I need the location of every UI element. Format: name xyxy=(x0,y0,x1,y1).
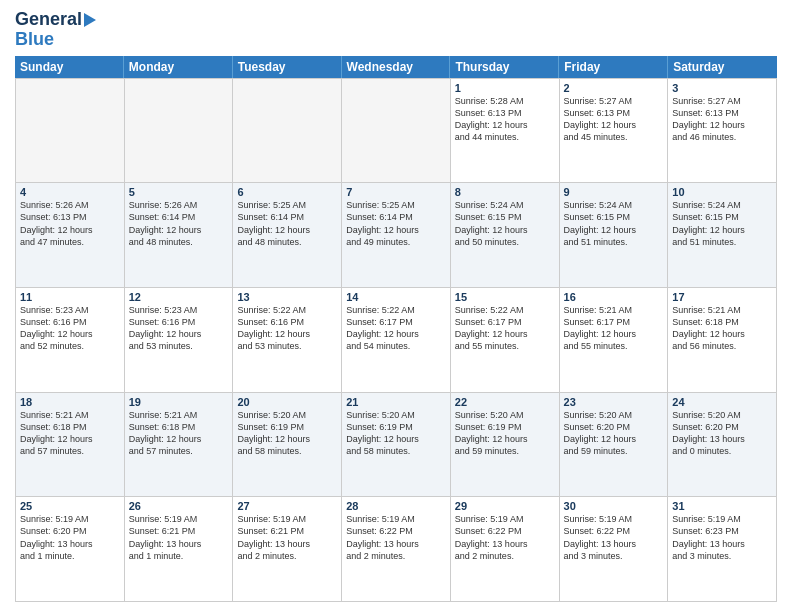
day-number: 2 xyxy=(564,82,664,94)
calendar-day-9: 9Sunrise: 5:24 AM Sunset: 6:15 PM Daylig… xyxy=(560,183,669,288)
day-info: Sunrise: 5:21 AM Sunset: 6:18 PM Dayligh… xyxy=(20,409,120,458)
calendar-day-15: 15Sunrise: 5:22 AM Sunset: 6:17 PM Dayli… xyxy=(451,288,560,393)
day-info: Sunrise: 5:19 AM Sunset: 6:22 PM Dayligh… xyxy=(455,513,555,562)
calendar-row-2: 4Sunrise: 5:26 AM Sunset: 6:13 PM Daylig… xyxy=(16,183,777,288)
day-number: 4 xyxy=(20,186,120,198)
day-info: Sunrise: 5:20 AM Sunset: 6:20 PM Dayligh… xyxy=(672,409,772,458)
calendar-day-25: 25Sunrise: 5:19 AM Sunset: 6:20 PM Dayli… xyxy=(16,497,125,602)
calendar-row-4: 18Sunrise: 5:21 AM Sunset: 6:18 PM Dayli… xyxy=(16,393,777,498)
calendar-day-27: 27Sunrise: 5:19 AM Sunset: 6:21 PM Dayli… xyxy=(233,497,342,602)
day-number: 30 xyxy=(564,500,664,512)
day-number: 15 xyxy=(455,291,555,303)
calendar: SundayMondayTuesdayWednesdayThursdayFrid… xyxy=(15,56,777,602)
day-number: 26 xyxy=(129,500,229,512)
day-number: 5 xyxy=(129,186,229,198)
day-info: Sunrise: 5:20 AM Sunset: 6:19 PM Dayligh… xyxy=(346,409,446,458)
logo: General Blue xyxy=(15,10,96,50)
day-number: 20 xyxy=(237,396,337,408)
calendar-header: SundayMondayTuesdayWednesdayThursdayFrid… xyxy=(15,56,777,78)
calendar-day-24: 24Sunrise: 5:20 AM Sunset: 6:20 PM Dayli… xyxy=(668,393,777,498)
calendar-day-31: 31Sunrise: 5:19 AM Sunset: 6:23 PM Dayli… xyxy=(668,497,777,602)
day-info: Sunrise: 5:27 AM Sunset: 6:13 PM Dayligh… xyxy=(564,95,664,144)
calendar-day-17: 17Sunrise: 5:21 AM Sunset: 6:18 PM Dayli… xyxy=(668,288,777,393)
day-number: 8 xyxy=(455,186,555,198)
day-info: Sunrise: 5:27 AM Sunset: 6:13 PM Dayligh… xyxy=(672,95,772,144)
calendar-day-21: 21Sunrise: 5:20 AM Sunset: 6:19 PM Dayli… xyxy=(342,393,451,498)
calendar-day-8: 8Sunrise: 5:24 AM Sunset: 6:15 PM Daylig… xyxy=(451,183,560,288)
calendar-day-7: 7Sunrise: 5:25 AM Sunset: 6:14 PM Daylig… xyxy=(342,183,451,288)
day-number: 22 xyxy=(455,396,555,408)
day-number: 31 xyxy=(672,500,772,512)
day-info: Sunrise: 5:21 AM Sunset: 6:17 PM Dayligh… xyxy=(564,304,664,353)
header-day-thursday: Thursday xyxy=(450,56,559,78)
day-info: Sunrise: 5:28 AM Sunset: 6:13 PM Dayligh… xyxy=(455,95,555,144)
day-number: 9 xyxy=(564,186,664,198)
day-info: Sunrise: 5:26 AM Sunset: 6:13 PM Dayligh… xyxy=(20,199,120,248)
calendar-body: 1Sunrise: 5:28 AM Sunset: 6:13 PM Daylig… xyxy=(15,78,777,602)
day-number: 19 xyxy=(129,396,229,408)
calendar-day-3: 3Sunrise: 5:27 AM Sunset: 6:13 PM Daylig… xyxy=(668,79,777,184)
calendar-day-20: 20Sunrise: 5:20 AM Sunset: 6:19 PM Dayli… xyxy=(233,393,342,498)
day-number: 3 xyxy=(672,82,772,94)
day-number: 17 xyxy=(672,291,772,303)
day-number: 10 xyxy=(672,186,772,198)
day-info: Sunrise: 5:22 AM Sunset: 6:16 PM Dayligh… xyxy=(237,304,337,353)
calendar-day-6: 6Sunrise: 5:25 AM Sunset: 6:14 PM Daylig… xyxy=(233,183,342,288)
day-number: 13 xyxy=(237,291,337,303)
calendar-day-18: 18Sunrise: 5:21 AM Sunset: 6:18 PM Dayli… xyxy=(16,393,125,498)
calendar-day-2: 2Sunrise: 5:27 AM Sunset: 6:13 PM Daylig… xyxy=(560,79,669,184)
calendar-day-30: 30Sunrise: 5:19 AM Sunset: 6:22 PM Dayli… xyxy=(560,497,669,602)
day-info: Sunrise: 5:23 AM Sunset: 6:16 PM Dayligh… xyxy=(129,304,229,353)
calendar-day-12: 12Sunrise: 5:23 AM Sunset: 6:16 PM Dayli… xyxy=(125,288,234,393)
calendar-row-1: 1Sunrise: 5:28 AM Sunset: 6:13 PM Daylig… xyxy=(16,79,777,184)
calendar-day-empty-0-3 xyxy=(342,79,451,184)
header: General Blue xyxy=(15,10,777,50)
day-number: 23 xyxy=(564,396,664,408)
header-day-tuesday: Tuesday xyxy=(233,56,342,78)
day-info: Sunrise: 5:21 AM Sunset: 6:18 PM Dayligh… xyxy=(672,304,772,353)
calendar-day-14: 14Sunrise: 5:22 AM Sunset: 6:17 PM Dayli… xyxy=(342,288,451,393)
day-info: Sunrise: 5:25 AM Sunset: 6:14 PM Dayligh… xyxy=(237,199,337,248)
day-info: Sunrise: 5:19 AM Sunset: 6:21 PM Dayligh… xyxy=(237,513,337,562)
day-number: 12 xyxy=(129,291,229,303)
day-info: Sunrise: 5:22 AM Sunset: 6:17 PM Dayligh… xyxy=(346,304,446,353)
calendar-day-4: 4Sunrise: 5:26 AM Sunset: 6:13 PM Daylig… xyxy=(16,183,125,288)
day-number: 25 xyxy=(20,500,120,512)
day-info: Sunrise: 5:22 AM Sunset: 6:17 PM Dayligh… xyxy=(455,304,555,353)
day-number: 29 xyxy=(455,500,555,512)
day-info: Sunrise: 5:24 AM Sunset: 6:15 PM Dayligh… xyxy=(672,199,772,248)
calendar-day-26: 26Sunrise: 5:19 AM Sunset: 6:21 PM Dayli… xyxy=(125,497,234,602)
calendar-day-23: 23Sunrise: 5:20 AM Sunset: 6:20 PM Dayli… xyxy=(560,393,669,498)
header-day-sunday: Sunday xyxy=(15,56,124,78)
day-info: Sunrise: 5:19 AM Sunset: 6:22 PM Dayligh… xyxy=(346,513,446,562)
day-info: Sunrise: 5:19 AM Sunset: 6:20 PM Dayligh… xyxy=(20,513,120,562)
day-number: 16 xyxy=(564,291,664,303)
calendar-day-11: 11Sunrise: 5:23 AM Sunset: 6:16 PM Dayli… xyxy=(16,288,125,393)
calendar-day-22: 22Sunrise: 5:20 AM Sunset: 6:19 PM Dayli… xyxy=(451,393,560,498)
calendar-day-19: 19Sunrise: 5:21 AM Sunset: 6:18 PM Dayli… xyxy=(125,393,234,498)
calendar-day-13: 13Sunrise: 5:22 AM Sunset: 6:16 PM Dayli… xyxy=(233,288,342,393)
day-info: Sunrise: 5:21 AM Sunset: 6:18 PM Dayligh… xyxy=(129,409,229,458)
day-info: Sunrise: 5:20 AM Sunset: 6:19 PM Dayligh… xyxy=(237,409,337,458)
calendar-row-5: 25Sunrise: 5:19 AM Sunset: 6:20 PM Dayli… xyxy=(16,497,777,602)
day-number: 11 xyxy=(20,291,120,303)
day-number: 7 xyxy=(346,186,446,198)
calendar-row-3: 11Sunrise: 5:23 AM Sunset: 6:16 PM Dayli… xyxy=(16,288,777,393)
calendar-day-5: 5Sunrise: 5:26 AM Sunset: 6:14 PM Daylig… xyxy=(125,183,234,288)
day-info: Sunrise: 5:25 AM Sunset: 6:14 PM Dayligh… xyxy=(346,199,446,248)
calendar-day-10: 10Sunrise: 5:24 AM Sunset: 6:15 PM Dayli… xyxy=(668,183,777,288)
header-day-monday: Monday xyxy=(124,56,233,78)
day-info: Sunrise: 5:24 AM Sunset: 6:15 PM Dayligh… xyxy=(564,199,664,248)
day-number: 18 xyxy=(20,396,120,408)
calendar-day-empty-0-1 xyxy=(125,79,234,184)
calendar-day-16: 16Sunrise: 5:21 AM Sunset: 6:17 PM Dayli… xyxy=(560,288,669,393)
logo-blue: Blue xyxy=(15,30,54,50)
day-number: 14 xyxy=(346,291,446,303)
day-info: Sunrise: 5:19 AM Sunset: 6:23 PM Dayligh… xyxy=(672,513,772,562)
day-number: 24 xyxy=(672,396,772,408)
page: General Blue SundayMondayTuesdayWednesda… xyxy=(0,0,792,612)
day-number: 6 xyxy=(237,186,337,198)
day-number: 28 xyxy=(346,500,446,512)
header-day-saturday: Saturday xyxy=(668,56,777,78)
day-info: Sunrise: 5:20 AM Sunset: 6:19 PM Dayligh… xyxy=(455,409,555,458)
